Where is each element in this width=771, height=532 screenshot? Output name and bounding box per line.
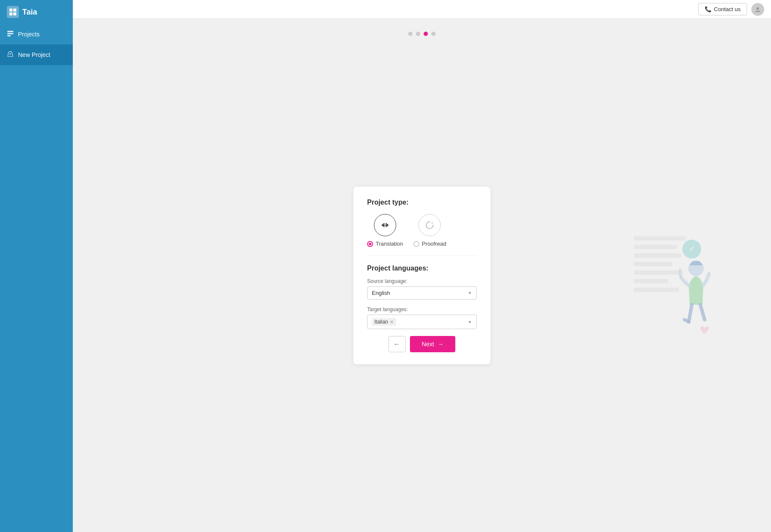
logo-icon [7, 6, 19, 18]
sidebar-item-projects[interactable]: Projects [0, 24, 73, 45]
source-language-select[interactable]: English ▼ [367, 286, 477, 300]
step-indicator [408, 32, 436, 36]
project-languages-title: Project languages: [367, 265, 477, 272]
sidebar-projects-label: Projects [18, 31, 40, 38]
translation-radio[interactable] [367, 241, 373, 247]
svg-rect-2 [9, 12, 12, 15]
sidebar: Taia Projects New Project [0, 0, 73, 532]
back-button[interactable]: ← [388, 336, 406, 352]
step-dot-3 [424, 32, 428, 36]
back-icon: ← [394, 340, 400, 348]
sidebar-nav: Projects New Project [0, 24, 73, 65]
svg-rect-8 [634, 236, 685, 241]
svg-rect-1 [13, 9, 16, 12]
svg-rect-0 [9, 9, 12, 12]
next-label: Next [422, 341, 434, 348]
section-divider [367, 256, 477, 256]
project-setup-card: Project type: Translation [353, 187, 490, 364]
phone-icon: 📞 [705, 6, 711, 12]
contact-us-button[interactable]: 📞 Contact us [698, 3, 747, 15]
svg-rect-10 [634, 253, 681, 258]
source-language-value: English [372, 290, 390, 296]
target-language-label: Target languages: [367, 306, 477, 312]
header: 📞 Contact us [73, 0, 771, 19]
source-language-label: Source language: [367, 278, 477, 284]
target-language-field: Target languages: Italian ✕ ▼ [367, 306, 477, 329]
svg-rect-5 [7, 33, 13, 34]
translation-icon-circle [374, 214, 396, 236]
proofread-icon-circle [418, 214, 441, 236]
source-lang-dropdown-arrow: ▼ [468, 291, 472, 295]
contact-us-label: Contact us [714, 6, 741, 12]
svg-point-17 [688, 261, 704, 276]
app-name: Taia [22, 8, 37, 17]
svg-rect-11 [634, 262, 672, 266]
step-dot-4 [431, 32, 436, 36]
next-button[interactable]: Next → [410, 336, 456, 352]
svg-rect-3 [13, 12, 16, 15]
button-row: ← Next → [367, 336, 477, 352]
user-avatar[interactable] [751, 3, 764, 16]
svg-point-15 [682, 240, 701, 259]
target-language-select[interactable]: Italian ✕ ▼ [367, 315, 477, 329]
source-language-field: Source language: English ▼ [367, 278, 477, 300]
sidebar-new-project-label: New Project [18, 51, 50, 58]
step-dot-2 [416, 32, 420, 36]
proofread-option[interactable]: Proofread [413, 214, 446, 247]
svg-text:✓: ✓ [689, 244, 695, 253]
target-lang-inner: Italian ✕ [372, 318, 468, 326]
translation-label-row: Translation [367, 241, 403, 247]
svg-rect-12 [634, 270, 683, 275]
svg-rect-4 [7, 31, 13, 32]
target-language-tag-label: Italian [374, 319, 388, 325]
translation-label: Translation [376, 241, 403, 247]
sidebar-item-new-project[interactable]: New Project [0, 45, 73, 65]
svg-rect-9 [634, 245, 677, 249]
proofread-label-row: Proofread [413, 241, 446, 247]
translation-option[interactable]: Translation [367, 214, 403, 247]
projects-icon [7, 30, 14, 39]
background-illustration: ✓ [625, 211, 720, 341]
project-type-options: Translation Proofread [367, 214, 477, 247]
step-dot-1 [408, 32, 412, 36]
main-area: 📞 Contact us [73, 0, 771, 532]
remove-italian-button[interactable]: ✕ [390, 320, 394, 324]
content-area: ✓ [73, 19, 771, 532]
project-type-title: Project type: [367, 199, 477, 206]
svg-rect-6 [7, 35, 11, 36]
svg-point-7 [756, 7, 759, 10]
new-project-icon [7, 51, 14, 59]
next-arrow-icon: → [437, 341, 443, 348]
target-lang-dropdown-arrow: ▼ [468, 320, 472, 324]
svg-rect-13 [634, 279, 668, 283]
proofread-radio[interactable] [413, 241, 419, 247]
target-language-tag: Italian ✕ [372, 318, 396, 326]
svg-rect-14 [634, 288, 679, 292]
proofread-label: Proofread [422, 241, 446, 247]
app-logo[interactable]: Taia [0, 0, 73, 24]
